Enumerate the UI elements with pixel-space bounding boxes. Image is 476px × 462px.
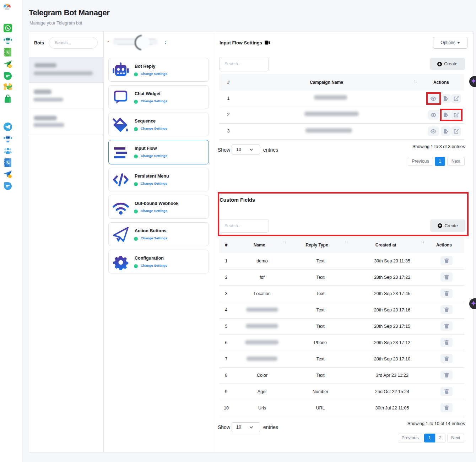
svg-text:1: 1 xyxy=(9,175,11,178)
svg-text:1: 1 xyxy=(9,65,11,68)
